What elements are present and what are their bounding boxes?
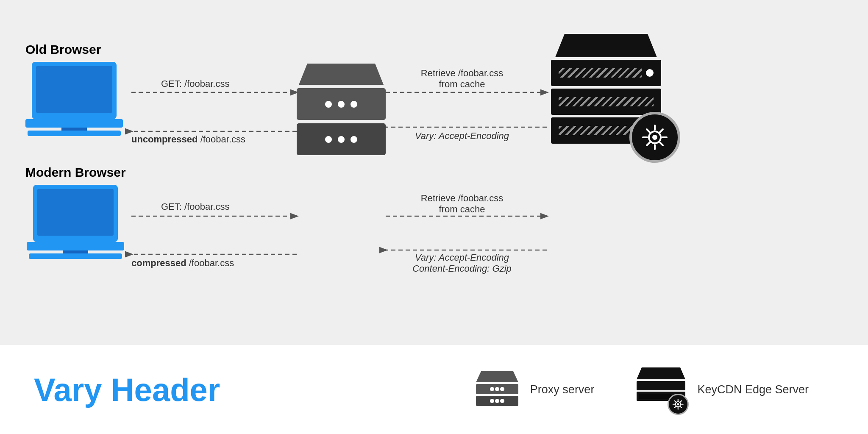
old-retrieve-label: Retrieve /foobar.cssfrom cache: [398, 68, 526, 90]
old-vary-label: Vary: Accept-Encoding: [398, 131, 526, 142]
svg-rect-15: [27, 242, 124, 250]
modern-browser-container: Modern Browser: [25, 165, 126, 259]
svg-point-45: [677, 403, 679, 405]
svg-rect-17: [29, 253, 122, 259]
svg-point-38: [500, 399, 504, 403]
svg-line-52: [680, 401, 682, 402]
proxy-dot-6: [351, 136, 357, 143]
keycdn-row-3: [551, 117, 661, 144]
svg-rect-14: [37, 189, 114, 236]
keycdn-legend-badge-icon: [672, 398, 684, 410]
old-browser-icon: [25, 62, 123, 136]
proxy-dot-1: [325, 101, 332, 108]
modern-get-label: GET: /foobar.css: [161, 201, 229, 212]
svg-rect-40: [637, 381, 685, 390]
svg-point-33: [495, 387, 499, 391]
svg-point-36: [490, 399, 494, 403]
svg-line-29: [647, 142, 650, 145]
keycdn-stripe-2: [559, 97, 654, 106]
svg-marker-30: [476, 371, 518, 382]
svg-point-37: [495, 399, 499, 403]
svg-rect-12: [28, 131, 121, 136]
keycdn-row-2: [551, 89, 661, 115]
svg-line-53: [675, 406, 676, 408]
svg-line-27: [660, 142, 663, 145]
proxy-body-1: [297, 88, 386, 120]
modern-retrieve-label: Retrieve /foobar.cssfrom cache: [398, 193, 526, 215]
proxy-legend-icon: [476, 371, 518, 408]
keycdn-badge-icon: [641, 124, 669, 151]
old-get-label: GET: /foobar.css: [161, 78, 229, 89]
proxy-legend-item: Proxy server: [476, 371, 595, 408]
keycdn-stripe-1: [559, 68, 642, 78]
svg-point-32: [490, 387, 494, 391]
svg-point-21: [652, 135, 657, 140]
proxy-dot-2: [338, 101, 345, 108]
proxy-legend-label: Proxy server: [530, 383, 595, 396]
keycdn-legend-badge: [668, 394, 689, 415]
svg-rect-10: [25, 119, 123, 128]
old-browser-label: Old Browser: [25, 42, 101, 57]
keycdn-legend-label: KeyCDN Edge Server: [697, 383, 809, 396]
proxy-dot-5: [338, 136, 345, 143]
modern-browser-icon: [27, 185, 124, 259]
svg-rect-9: [36, 66, 112, 113]
old-response-label: uncompressed /foobar.css: [131, 134, 245, 145]
keycdn-badge: [629, 112, 680, 163]
keycdn-row-1: [551, 60, 661, 86]
modern-response-label: compressed /foobar.css: [131, 258, 234, 269]
modern-vary-label: Vary: Accept-EncodingContent-Encoding: G…: [394, 252, 530, 274]
bottom-bar: Vary Header: [0, 345, 868, 434]
vary-header-title: Vary Header: [34, 371, 476, 408]
svg-marker-19: [555, 34, 657, 57]
keycdn-top-shape: [555, 34, 657, 57]
svg-line-28: [660, 129, 663, 132]
svg-rect-43: [639, 394, 671, 399]
modern-browser-label: Modern Browser: [25, 165, 126, 180]
proxy-legend-svg: [476, 371, 518, 406]
proxy-body-2: [297, 123, 386, 155]
legend-container: Proxy server: [476, 367, 809, 412]
svg-point-34: [500, 387, 504, 391]
svg-marker-39: [637, 367, 685, 379]
proxy-dot-4: [325, 136, 332, 143]
svg-line-26: [647, 129, 650, 132]
keycdn-server: [551, 34, 661, 144]
keycdn-dot-1: [646, 69, 654, 77]
proxy-dot-3: [351, 101, 357, 108]
svg-line-50: [675, 401, 676, 402]
svg-marker-18: [299, 64, 384, 85]
svg-line-51: [680, 406, 682, 408]
proxy-top-shape: [299, 64, 384, 85]
keycdn-legend-item: KeyCDN Edge Server: [637, 367, 809, 412]
main-container: Old Browser Modern Browser GET: /foobar.…: [0, 0, 868, 434]
old-browser-container: Old Browser: [25, 42, 123, 136]
proxy-server: [297, 64, 386, 155]
keycdn-legend-icon: [637, 367, 685, 412]
